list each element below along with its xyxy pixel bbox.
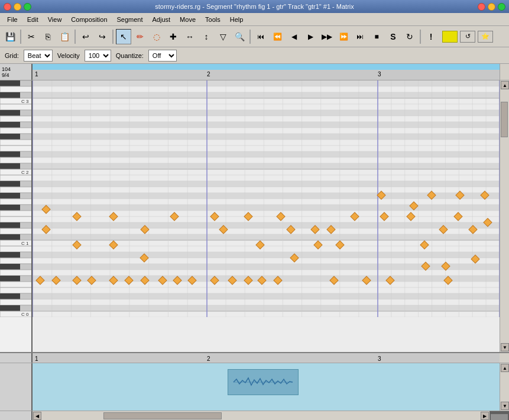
grid-label: Grid: (5, 52, 19, 59)
bottom-ruler-row: 1 2 3 (0, 353, 509, 363)
cut-button[interactable]: ✂ (24, 29, 39, 44)
close-button-right[interactable] (478, 3, 485, 11)
panic-button[interactable]: ! (423, 29, 439, 44)
window-controls-right[interactable] (478, 3, 505, 11)
vscroll-bot-down[interactable]: ▼ (501, 402, 509, 410)
sep-1 (20, 30, 21, 44)
bar-2-label: 2 (207, 71, 210, 77)
toolbar: 💾 ✂ ⎘ 📋 ↩ ↪ ↖ ✏ ◌ ✚ ↔ ↕ ▽ 🔍 ⏮ ⏪ ◀ ▶ ▶▶ ⏩… (0, 26, 509, 47)
maximize-button[interactable] (24, 3, 31, 11)
window-title: stormy-riders.rg - Segment "rhythm fig 1… (155, 3, 354, 10)
menu-edit[interactable]: Edit (22, 15, 43, 24)
velocity-label: Velocity (57, 52, 80, 59)
hscroll-thumb[interactable] (103, 412, 222, 419)
menu-file[interactable]: File (2, 15, 22, 24)
bot-bar-1: 1 (35, 356, 38, 362)
copy-button[interactable]: ⎘ (40, 29, 56, 44)
editor-row: ▲ ▼ (0, 80, 509, 352)
hscroll-left-stub (0, 411, 33, 420)
max-button-right[interactable] (498, 3, 505, 11)
menu-composition[interactable]: Composition (66, 15, 112, 24)
bar-3-label: 3 (378, 71, 381, 77)
hscroll-left[interactable]: ◀ (33, 412, 41, 420)
bot-bar-3: 3 (378, 356, 381, 362)
mini-segment (228, 369, 299, 395)
mini-map (489, 411, 509, 420)
window-controls[interactable] (4, 3, 31, 11)
hscroll-track[interactable]: ◀ ▶ (33, 411, 489, 420)
matrix-main: 104 9/4 1 2 3 ▲ ▼ (0, 64, 509, 420)
vscroll-thumb[interactable] (501, 102, 508, 137)
quantize-label: Quantize: (116, 52, 144, 59)
vscroll-down[interactable]: ▼ (501, 343, 509, 351)
bot-bar-2: 2 (207, 356, 210, 362)
move-tool-button[interactable]: ✚ (166, 29, 181, 44)
piano-keyboard[interactable] (0, 80, 33, 352)
draw-tool-button[interactable]: ✏ (132, 29, 148, 44)
menu-bar: File Edit View Composition Segment Adjus… (0, 13, 509, 26)
vscroll-track[interactable] (500, 90, 509, 343)
tempo-label: 104 (2, 66, 30, 72)
rewind-start-button[interactable]: ⏮ (253, 29, 268, 44)
filter-button[interactable]: ▽ (215, 29, 231, 44)
ff2-button[interactable]: ⏩ (336, 29, 351, 44)
loop-tool[interactable]: ↺ (460, 31, 475, 43)
sep-4 (249, 30, 251, 44)
zoom-button[interactable]: 🔍 (232, 29, 247, 44)
vscroll-bot-up[interactable]: ▲ (501, 364, 509, 372)
vscroll-bottom-top (500, 353, 509, 363)
sep-2 (74, 30, 76, 44)
resize-tool-button[interactable]: ↔ (182, 29, 197, 44)
extra-tools: ↺ ⭐ (442, 31, 493, 43)
quantize-select[interactable]: Off 1/4 1/8 1/16 (148, 50, 177, 62)
hscroll-right[interactable]: ▶ (481, 412, 489, 420)
vscroll-bottom[interactable]: ▲ ▼ (500, 363, 509, 411)
save-button[interactable]: 💾 (2, 29, 18, 44)
menu-move[interactable]: Move (175, 15, 200, 24)
minimize-button[interactable] (14, 3, 21, 11)
menu-segment[interactable]: Segment (112, 15, 148, 24)
menu-adjust[interactable]: Adjust (148, 15, 176, 24)
grid-select[interactable]: Beat Bar 1/2 1/4 1/8 1/16 (24, 50, 53, 62)
star-tool[interactable]: ⭐ (478, 31, 493, 43)
loop-button[interactable]: ↻ (402, 29, 417, 44)
record-button[interactable]: S (385, 29, 401, 44)
sep-5 (420, 30, 421, 44)
vscroll-up[interactable]: ▲ (501, 81, 509, 89)
ruler-container: 104 9/4 1 2 3 (0, 64, 509, 80)
segment-bar (33, 64, 500, 70)
vscroll-bar[interactable]: ▲ ▼ (500, 80, 509, 352)
close-button[interactable] (4, 3, 11, 11)
paste-button[interactable]: 📋 (57, 29, 72, 44)
velocity-tool-button[interactable]: ↕ (199, 29, 214, 44)
select-tool-button[interactable]: ↖ (116, 29, 131, 44)
menu-view[interactable]: View (43, 15, 67, 24)
time-ruler-bottom: 1 2 3 (33, 353, 500, 363)
grid-canvas-area[interactable] (33, 80, 500, 352)
mini-waveform (231, 373, 296, 391)
rewind-button[interactable]: ⏪ (270, 29, 285, 44)
bottom-track-row: ▲ ▼ (0, 363, 509, 411)
time-ruler-top: 1 2 3 (33, 64, 500, 80)
stop-button[interactable]: ■ (369, 29, 384, 44)
prev-button[interactable]: ◀ (286, 29, 301, 44)
vscroll-top (500, 64, 509, 80)
hscroll-row: ◀ ▶ (0, 411, 509, 420)
bottom-track-area[interactable] (33, 363, 500, 411)
min-button-right[interactable] (488, 3, 495, 11)
fast-forward-button[interactable]: ▶▶ (319, 29, 335, 44)
redo-button[interactable]: ↪ (95, 29, 110, 44)
bottom-piano-stub (0, 353, 33, 363)
bottom-section: 1 2 3 ▲ ▼ (0, 352, 509, 420)
end-button[interactable]: ⏭ (352, 29, 368, 44)
velocity-select[interactable]: 100 50 127 (85, 50, 111, 62)
color-tool[interactable] (442, 31, 458, 43)
bottom-piano-area (0, 363, 33, 411)
bar-1-label: 1 (35, 71, 38, 77)
erase-tool-button[interactable]: ◌ (149, 29, 164, 44)
undo-button[interactable]: ↩ (78, 29, 93, 44)
play-button[interactable]: ▶ (303, 29, 318, 44)
grid-bar: Grid: Beat Bar 1/2 1/4 1/8 1/16 Velocity… (0, 47, 509, 64)
menu-help[interactable]: Help (225, 15, 248, 24)
menu-tools[interactable]: Tools (200, 15, 225, 24)
